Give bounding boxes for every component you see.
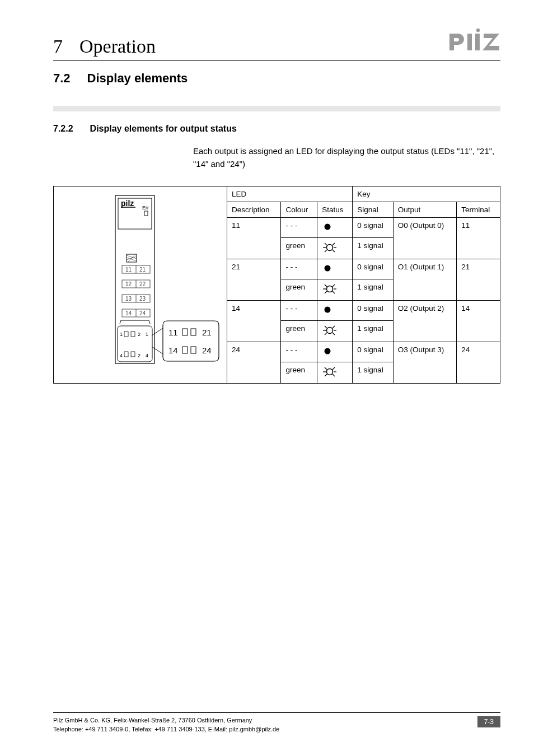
key-group-header: Key	[353, 186, 500, 202]
cell-description: 21	[227, 259, 281, 301]
led-on-icon	[317, 238, 353, 259]
cell-signal: 0 signal	[353, 342, 394, 362]
cell-signal: 1 signal	[353, 279, 394, 301]
svg-line-70	[325, 326, 327, 328]
svg-line-78	[325, 367, 327, 370]
section-title: Display elements	[87, 71, 188, 86]
svg-text:22: 22	[139, 281, 146, 287]
svg-rect-47	[182, 347, 188, 353]
svg-text:2: 2	[138, 332, 140, 337]
cell-terminal: 24	[457, 342, 500, 384]
svg-text:23: 23	[139, 296, 146, 302]
led-off-icon	[317, 259, 353, 279]
callout-icon: 11 21 14 24	[152, 319, 224, 363]
svg-point-67	[327, 328, 333, 334]
section-header: 7.2 Display elements	[53, 71, 500, 86]
svg-text:1: 1	[146, 332, 148, 337]
cell-signal: 0 signal	[353, 259, 394, 279]
svg-rect-31	[124, 332, 128, 337]
svg-line-79	[332, 367, 335, 370]
col-status: Status	[317, 202, 353, 218]
svg-point-0	[476, 29, 480, 32]
page-footer: Pilz GmbH & Co. KG, Felix-Wankel-Straße …	[53, 708, 500, 734]
footer-address: Pilz GmbH & Co. KG, Felix-Wankel-Straße …	[53, 716, 279, 725]
svg-line-65	[332, 291, 335, 293]
svg-text:12: 12	[125, 281, 132, 287]
svg-line-71	[332, 326, 335, 328]
led-on-icon	[317, 362, 353, 384]
svg-text:11: 11	[168, 328, 178, 337]
svg-line-72	[325, 333, 327, 335]
table-header-row: Description Colour Status Signal Output …	[227, 202, 500, 218]
svg-line-56	[325, 250, 327, 252]
svg-point-59	[327, 286, 333, 292]
svg-line-62	[325, 284, 327, 287]
svg-point-75	[327, 369, 333, 375]
svg-text:4: 4	[146, 353, 148, 358]
led-on-icon	[317, 279, 353, 301]
col-colour: Colour	[281, 202, 317, 218]
svg-line-73	[332, 333, 335, 335]
svg-text:11: 11	[125, 267, 132, 273]
cell-colour: - - -	[281, 218, 317, 238]
cell-description: 11	[227, 218, 281, 259]
svg-text:24: 24	[139, 310, 146, 316]
svg-text:pilz: pilz	[121, 199, 134, 208]
cell-colour: green	[281, 279, 317, 301]
svg-text:2: 2	[138, 353, 140, 358]
footer-divider	[53, 712, 500, 713]
svg-point-51	[327, 245, 333, 251]
svg-point-58	[325, 265, 331, 272]
svg-line-41	[152, 347, 163, 354]
svg-rect-2	[475, 34, 480, 50]
cell-colour: green	[281, 321, 317, 342]
table-group-header-row: LED Key	[227, 186, 500, 202]
svg-text:Err: Err	[142, 205, 149, 211]
svg-rect-32	[131, 332, 135, 337]
divider-line	[53, 60, 500, 61]
svg-line-63	[332, 284, 335, 287]
table-row: 21- - -0 signalO1 (Output 1)21	[227, 259, 500, 279]
subsection-header: 7.2.2 Display elements for output status	[53, 124, 500, 134]
col-description: Description	[227, 202, 281, 218]
led-on-icon	[317, 321, 353, 342]
cell-output: O0 (Output 0)	[393, 218, 457, 259]
cell-description: 24	[227, 342, 281, 384]
svg-rect-48	[191, 347, 196, 353]
cell-colour: - - -	[281, 342, 317, 362]
cell-description: 14	[227, 301, 281, 342]
cell-output: O3 (Output 3)	[393, 342, 457, 384]
led-off-icon	[317, 342, 353, 362]
led-off-icon	[317, 218, 353, 238]
content-row: pilz Err 1121	[53, 186, 500, 384]
svg-point-74	[325, 348, 331, 354]
table-row: 24- - -0 signalO3 (Output 3)24	[227, 342, 500, 362]
svg-text:24: 24	[202, 346, 212, 355]
svg-line-80	[325, 374, 327, 376]
svg-point-50	[325, 224, 331, 230]
svg-text:1: 1	[120, 332, 123, 337]
svg-point-66	[325, 307, 331, 313]
cell-terminal: 14	[457, 301, 500, 342]
svg-text:13: 13	[125, 296, 132, 302]
cell-terminal: 11	[457, 218, 500, 259]
svg-rect-44	[191, 329, 196, 335]
col-signal: Signal	[353, 202, 394, 218]
svg-rect-37	[131, 352, 135, 357]
cell-colour: - - -	[281, 301, 317, 321]
svg-text:14: 14	[125, 310, 132, 316]
cell-terminal: 21	[457, 259, 500, 301]
table-row: 14- - -0 signalO2 (Output 2)14	[227, 301, 500, 321]
svg-rect-1	[467, 34, 472, 50]
section-number: 7.2	[53, 71, 71, 86]
led-off-icon	[317, 301, 353, 321]
body-paragraph: Each output is assigned an LED for displ…	[193, 145, 500, 170]
col-output: Output	[393, 202, 457, 218]
svg-line-55	[332, 243, 335, 245]
device-figure: pilz Err 1121	[53, 186, 227, 384]
svg-line-64	[325, 291, 327, 293]
svg-line-40	[152, 328, 163, 335]
cell-output: O1 (Output 1)	[393, 259, 457, 301]
cell-colour: green	[281, 238, 317, 259]
chapter-title: Operation	[79, 36, 156, 57]
